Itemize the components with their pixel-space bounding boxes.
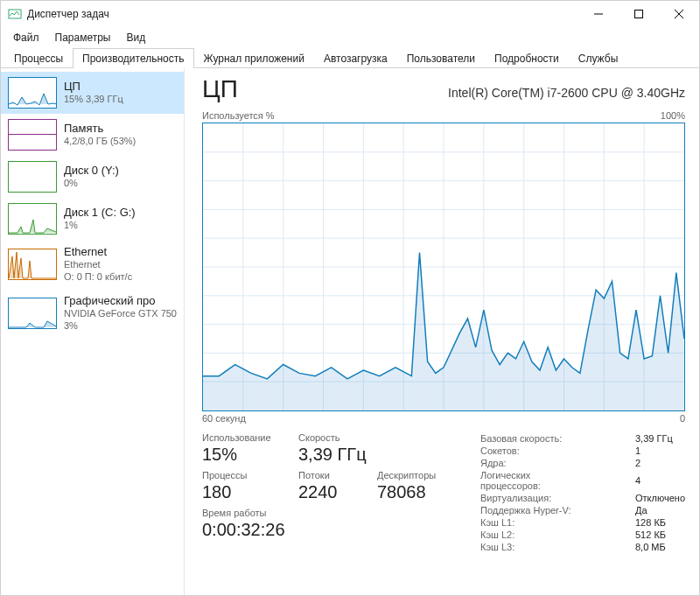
sidebar-gpu-title: Графический про [64, 294, 177, 308]
sockets-v: 1 [635, 445, 685, 457]
title-bar: Диспетчер задач [1, 1, 699, 27]
menu-bar: Файл Параметры Вид [1, 27, 699, 48]
lprocs-v: 4 [635, 469, 685, 492]
disk0-thumb [8, 161, 57, 193]
cpu-thumb [8, 77, 57, 109]
cores-k: Ядра: [480, 457, 635, 469]
minimize-button[interactable] [578, 1, 619, 27]
uptime-value: 0:00:32:26 [202, 520, 456, 540]
sidebar-item-ethernet[interactable]: Ethernet Ethernet О: 0 П: 0 кбит/с [1, 240, 184, 289]
axis-top-left: Используется % [202, 110, 275, 121]
menu-view[interactable]: Вид [119, 29, 152, 46]
usage-label: Использование [202, 432, 281, 443]
axis-bottom-right: 0 [680, 413, 685, 424]
procs-value: 180 [202, 482, 281, 502]
threads-label: Потоки [298, 470, 360, 480]
cpu-chart[interactable] [202, 123, 685, 411]
sidebar-memory-sub: 4,2/8,0 ГБ (53%) [64, 136, 136, 148]
sidebar: ЦП 15% 3,39 ГГц Память 4,2/8,0 ГБ (53%) … [1, 68, 185, 596]
l3-k: Кэш L3: [480, 541, 635, 553]
sidebar-item-memory[interactable]: Память 4,2/8,0 ГБ (53%) [1, 114, 184, 156]
base-speed-v: 3,39 ГГц [635, 432, 685, 445]
cpu-name: Intel(R) Core(TM) i7-2600 CPU @ 3.40GHz [448, 86, 685, 100]
sockets-k: Сокетов: [480, 445, 635, 457]
cores-v: 2 [635, 457, 685, 469]
base-speed-k: Базовая скорость: [480, 432, 635, 445]
l3-v: 8,0 МБ [635, 541, 685, 553]
hyperv-k: Поддержка Hyper-V: [480, 504, 635, 516]
sidebar-item-gpu[interactable]: Графический про NVIDIA GeForce GTX 750 3… [1, 289, 184, 338]
tab-startup[interactable]: Автозагрузка [314, 48, 397, 68]
tab-services[interactable]: Службы [569, 48, 627, 68]
stats-right: Базовая скорость:3,39 ГГц Сокетов:1 Ядра… [480, 432, 685, 553]
close-button[interactable] [659, 1, 699, 27]
speed-label: Скорость [298, 432, 377, 443]
tab-processes[interactable]: Процессы [4, 48, 73, 68]
sidebar-disk0-title: Диск 0 (Y:) [64, 164, 119, 178]
sidebar-disk1-sub: 1% [64, 220, 136, 232]
memory-thumb [8, 119, 57, 151]
tab-app-history[interactable]: Журнал приложений [194, 48, 314, 68]
hyperv-v: Да [635, 504, 685, 516]
sidebar-memory-title: Память [64, 122, 136, 136]
axis-top-right: 100% [661, 110, 685, 121]
l2-k: Кэш L2: [480, 529, 635, 541]
axis-bottom-left: 60 секунд [202, 413, 246, 424]
sidebar-eth-title: Ethernet [64, 245, 132, 259]
lprocs-k: Логических процессоров: [480, 469, 635, 492]
usage-value: 15% [202, 445, 281, 465]
sidebar-eth-sub2: О: 0 П: 0 кбит/с [64, 271, 132, 284]
svg-rect-1 [635, 11, 643, 18]
tab-details[interactable]: Подробности [485, 48, 569, 68]
menu-file[interactable]: Файл [6, 29, 46, 46]
maximize-button[interactable] [619, 1, 659, 27]
sidebar-item-disk1[interactable]: Диск 1 (C: G:) 1% [1, 198, 184, 240]
virt-v: Отключено [635, 492, 685, 504]
close-icon [675, 10, 683, 18]
uptime-label: Время работы [202, 508, 456, 518]
sidebar-item-disk0[interactable]: Диск 0 (Y:) 0% [1, 156, 184, 198]
sidebar-cpu-sub: 15% 3,39 ГГц [64, 94, 123, 106]
sidebar-cpu-title: ЦП [64, 80, 123, 94]
disk1-thumb [8, 203, 57, 235]
speed-value: 3,39 ГГц [298, 445, 377, 465]
handles-label: Дескрипторы [377, 470, 456, 480]
minimize-icon [594, 10, 603, 18]
sidebar-gpu-sub2: 3% [64, 320, 177, 333]
main-panel: ЦП Intel(R) Core(TM) i7-2600 CPU @ 3.40G… [185, 68, 699, 596]
tab-bar: Процессы Производительность Журнал прило… [1, 48, 699, 68]
handles-value: 78068 [377, 482, 456, 502]
sidebar-gpu-sub: NVIDIA GeForce GTX 750 [64, 308, 177, 320]
procs-label: Процессы [202, 470, 281, 480]
l1-k: Кэш L1: [480, 516, 635, 529]
threads-value: 2240 [298, 482, 360, 502]
virt-k: Виртуализация: [480, 492, 635, 504]
tab-users[interactable]: Пользователи [397, 48, 485, 68]
page-title: ЦП [202, 75, 238, 103]
tab-performance[interactable]: Производительность [73, 48, 193, 68]
l2-v: 512 КБ [635, 529, 685, 541]
sidebar-eth-sub: Ethernet [64, 259, 132, 271]
menu-options[interactable]: Параметры [48, 29, 118, 46]
ethernet-thumb [8, 249, 57, 280]
l1-v: 128 КБ [635, 516, 685, 529]
sidebar-disk1-title: Диск 1 (C: G:) [64, 206, 136, 220]
gpu-thumb [8, 298, 57, 329]
sidebar-disk0-sub: 0% [64, 178, 119, 190]
maximize-icon [634, 10, 643, 18]
sidebar-item-cpu[interactable]: ЦП 15% 3,39 ГГц [1, 72, 184, 114]
app-icon [8, 7, 22, 21]
window-title: Диспетчер задач [27, 8, 578, 20]
